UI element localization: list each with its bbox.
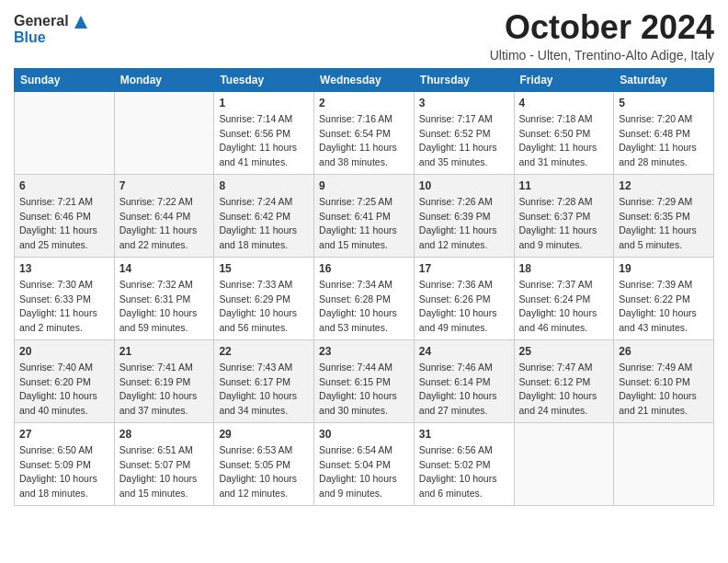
day-number: 24 [419,344,509,360]
day-number: 17 [419,261,509,277]
calendar-cell: 9Sunrise: 7:25 AM Sunset: 6:41 PM Daylig… [314,174,415,257]
day-number: 28 [119,427,210,442]
calendar-cell: 22Sunrise: 7:43 AM Sunset: 6:17 PM Dayli… [214,339,314,422]
day-number: 4 [519,96,609,111]
day-number: 13 [19,261,109,277]
calendar-week-row: 6Sunrise: 7:21 AM Sunset: 6:46 PM Daylig… [15,174,714,257]
calendar-cell: 20Sunrise: 7:40 AM Sunset: 6:20 PM Dayli… [15,339,115,422]
calendar-cell: 23Sunrise: 7:44 AM Sunset: 6:15 PM Dayli… [314,339,415,422]
calendar-cell: 24Sunrise: 7:46 AM Sunset: 6:14 PM Dayli… [414,339,514,422]
day-info: Sunrise: 7:32 AM Sunset: 6:31 PM Dayligh… [119,279,198,332]
day-number: 14 [119,261,210,277]
calendar-cell: 6Sunrise: 7:21 AM Sunset: 6:46 PM Daylig… [15,174,115,257]
day-info: Sunrise: 7:29 AM Sunset: 6:35 PM Dayligh… [619,196,697,249]
day-number: 2 [319,96,409,111]
calendar-table: SundayMondayTuesdayWednesdayThursdayFrid… [14,68,714,506]
weekday-header-monday: Monday [114,68,214,91]
day-info: Sunrise: 6:53 AM Sunset: 5:05 PM Dayligh… [219,444,297,498]
day-info: Sunrise: 7:20 AM Sunset: 6:48 PM Dayligh… [619,113,697,167]
weekday-header-row: SundayMondayTuesdayWednesdayThursdayFrid… [15,68,714,91]
day-number: 1 [219,96,309,111]
day-info: Sunrise: 7:24 AM Sunset: 6:42 PM Dayligh… [219,196,297,249]
day-info: Sunrise: 7:30 AM Sunset: 6:33 PM Dayligh… [19,279,97,332]
day-info: Sunrise: 7:22 AM Sunset: 6:44 PM Dayligh… [119,196,198,249]
calendar-cell: 12Sunrise: 7:29 AM Sunset: 6:35 PM Dayli… [614,174,714,257]
calendar-cell: 25Sunrise: 7:47 AM Sunset: 6:12 PM Dayli… [514,339,614,422]
day-number: 5 [619,96,709,111]
day-info: Sunrise: 7:39 AM Sunset: 6:22 PM Dayligh… [619,279,697,332]
day-info: Sunrise: 7:44 AM Sunset: 6:15 PM Dayligh… [319,362,397,415]
calendar-cell: 29Sunrise: 6:53 AM Sunset: 5:05 PM Dayli… [214,422,314,505]
calendar-cell: 26Sunrise: 7:49 AM Sunset: 6:10 PM Dayli… [614,339,714,422]
day-number: 15 [219,261,309,277]
day-number: 21 [119,344,210,360]
day-info: Sunrise: 7:36 AM Sunset: 6:26 PM Dayligh… [419,279,497,332]
weekday-header-thursday: Thursday [414,68,514,91]
month-title: October 2024 [490,9,714,46]
calendar-cell: 15Sunrise: 7:33 AM Sunset: 6:29 PM Dayli… [214,257,314,339]
day-info: Sunrise: 7:47 AM Sunset: 6:12 PM Dayligh… [519,362,597,415]
calendar-cell: 1Sunrise: 7:14 AM Sunset: 6:56 PM Daylig… [214,91,314,174]
day-number: 23 [319,344,409,360]
location-subtitle: Ultimo - Ulten, Trentino-Alto Adige, Ita… [490,48,714,63]
day-info: Sunrise: 7:46 AM Sunset: 6:14 PM Dayligh… [419,362,497,415]
calendar-week-row: 1Sunrise: 7:14 AM Sunset: 6:56 PM Daylig… [15,91,714,174]
day-number: 12 [619,178,709,194]
day-number: 25 [519,344,609,360]
day-info: Sunrise: 7:18 AM Sunset: 6:50 PM Dayligh… [519,113,597,167]
day-info: Sunrise: 7:25 AM Sunset: 6:41 PM Dayligh… [319,196,397,249]
day-number: 18 [519,261,609,277]
calendar-cell [514,422,614,505]
day-info: Sunrise: 7:28 AM Sunset: 6:37 PM Dayligh… [519,196,597,249]
day-number: 10 [419,178,509,194]
day-number: 29 [219,427,309,442]
day-info: Sunrise: 7:33 AM Sunset: 6:29 PM Dayligh… [219,279,297,332]
calendar-cell: 10Sunrise: 7:26 AM Sunset: 6:39 PM Dayli… [414,174,514,257]
calendar-cell: 19Sunrise: 7:39 AM Sunset: 6:22 PM Dayli… [614,257,714,339]
calendar-week-row: 20Sunrise: 7:40 AM Sunset: 6:20 PM Dayli… [15,339,714,422]
day-info: Sunrise: 7:26 AM Sunset: 6:39 PM Dayligh… [419,196,497,249]
weekday-header-saturday: Saturday [614,68,714,91]
day-info: Sunrise: 6:51 AM Sunset: 5:07 PM Dayligh… [119,444,198,498]
day-number: 3 [419,96,509,111]
day-info: Sunrise: 7:41 AM Sunset: 6:19 PM Dayligh… [119,362,198,415]
calendar-cell: 30Sunrise: 6:54 AM Sunset: 5:04 PM Dayli… [314,422,415,505]
day-number: 11 [519,178,609,194]
day-number: 20 [19,344,109,360]
calendar-cell: 4Sunrise: 7:18 AM Sunset: 6:50 PM Daylig… [514,91,614,174]
calendar-cell: 5Sunrise: 7:20 AM Sunset: 6:48 PM Daylig… [614,91,714,174]
page-header: General Blue October 2024 Ultimo - Ulten… [14,9,714,63]
calendar-cell: 27Sunrise: 6:50 AM Sunset: 5:09 PM Dayli… [15,422,115,505]
calendar-cell: 16Sunrise: 7:34 AM Sunset: 6:28 PM Dayli… [314,257,415,339]
day-info: Sunrise: 7:34 AM Sunset: 6:28 PM Dayligh… [319,279,397,332]
day-info: Sunrise: 7:21 AM Sunset: 6:46 PM Dayligh… [19,196,97,249]
logo: General Blue [14,13,87,47]
day-info: Sunrise: 6:54 AM Sunset: 5:04 PM Dayligh… [319,444,397,498]
day-info: Sunrise: 6:50 AM Sunset: 5:09 PM Dayligh… [19,444,97,498]
day-number: 30 [319,427,409,442]
calendar-cell: 8Sunrise: 7:24 AM Sunset: 6:42 PM Daylig… [214,174,314,257]
calendar-week-row: 27Sunrise: 6:50 AM Sunset: 5:09 PM Dayli… [15,422,714,505]
calendar-cell: 14Sunrise: 7:32 AM Sunset: 6:31 PM Dayli… [114,257,214,339]
calendar-cell: 21Sunrise: 7:41 AM Sunset: 6:19 PM Dayli… [114,339,214,422]
day-number: 7 [119,178,210,194]
day-number: 9 [319,178,409,194]
calendar-cell [15,91,115,174]
day-info: Sunrise: 7:49 AM Sunset: 6:10 PM Dayligh… [619,362,697,415]
calendar-cell: 17Sunrise: 7:36 AM Sunset: 6:26 PM Dayli… [414,257,514,339]
calendar-cell [114,91,214,174]
calendar-cell: 3Sunrise: 7:17 AM Sunset: 6:52 PM Daylig… [414,91,514,174]
calendar-cell: 7Sunrise: 7:22 AM Sunset: 6:44 PM Daylig… [114,174,214,257]
day-number: 16 [319,261,409,277]
day-info: Sunrise: 7:14 AM Sunset: 6:56 PM Dayligh… [219,113,297,167]
weekday-header-wednesday: Wednesday [314,68,415,91]
calendar-cell: 13Sunrise: 7:30 AM Sunset: 6:33 PM Dayli… [15,257,115,339]
calendar-week-row: 13Sunrise: 7:30 AM Sunset: 6:33 PM Dayli… [15,257,714,339]
calendar-cell: 18Sunrise: 7:37 AM Sunset: 6:24 PM Dayli… [514,257,614,339]
day-number: 19 [619,261,709,277]
day-info: Sunrise: 7:17 AM Sunset: 6:52 PM Dayligh… [419,113,497,167]
svg-marker-0 [74,16,87,29]
day-info: Sunrise: 7:16 AM Sunset: 6:54 PM Dayligh… [319,113,397,167]
calendar-cell [614,422,714,505]
day-number: 27 [19,427,109,442]
